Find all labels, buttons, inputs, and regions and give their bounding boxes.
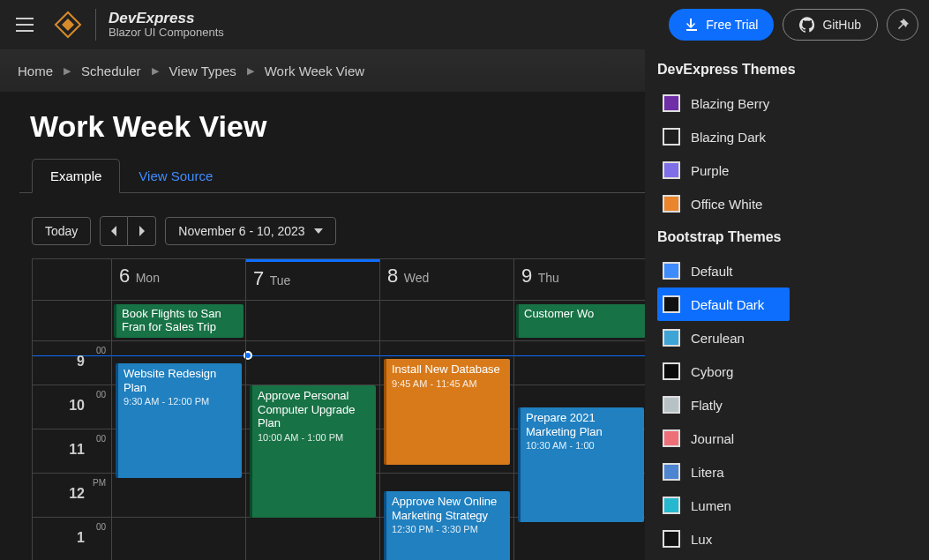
theme-swatch-icon [663,94,680,112]
day-header-row: 6 Mon 7 Tue 8 Wed 9 Thu [33,259,648,300]
theme-item[interactable]: Cyborg [657,355,790,388]
allday-gutter [33,301,112,340]
prev-button[interactable] [100,216,128,246]
theme-swatch-icon [663,161,680,179]
time-label: 100 [33,518,112,560]
chevron-left-icon [109,226,118,236]
theme-item[interactable]: Default Dark [657,287,790,321]
theme-swatch-icon [663,463,680,481]
brand-main: DevExpress [109,11,224,27]
theme-item[interactable]: Pulse [657,556,790,560]
tab-example[interactable]: Example [32,159,120,193]
theme-item[interactable]: Purple [657,153,790,187]
theme-label: Default [691,264,733,279]
themes-panel: DevExpress Themes Blazing BerryBlazing D… [645,49,929,560]
event-title: Install New Database [392,362,505,377]
time-cell[interactable] [112,385,246,429]
time-cell[interactable]: Install New Database 9:45 AM - 11:45 AM … [380,341,514,385]
allday-cell[interactable] [380,301,514,340]
day-header[interactable]: 8 Wed [380,259,514,300]
theme-swatch-icon [663,262,680,280]
time-cell[interactable] [246,518,380,560]
svg-marker-1 [62,19,74,31]
event-title: Customer Wo [524,307,594,320]
brand-sub: Blazor UI Components [109,26,224,39]
day-name: Thu [538,271,559,285]
day-header[interactable]: 9 Thu [514,259,648,300]
time-cell[interactable] [112,518,246,560]
time-cell[interactable] [246,385,380,429]
allday-cell[interactable]: Customer Wo [514,301,648,340]
pin-button[interactable] [887,9,918,41]
theme-item[interactable]: Blazing Berry [657,86,790,120]
theme-item[interactable]: Journal [657,422,790,455]
bs-theme-grid: DefaultDefault DarkCeruleanCyborgFlatlyJ… [657,254,920,560]
time-cell[interactable] [246,429,380,473]
allday-cell[interactable] [246,301,380,340]
time-cell[interactable] [246,474,380,517]
tab-view-source[interactable]: View Source [120,159,231,192]
day-number: 6 [119,265,130,287]
theme-item[interactable]: Flatly [657,388,790,422]
date-range-picker[interactable]: November 6 - 10, 2023 [165,217,335,245]
time-cell[interactable] [514,518,648,560]
theme-item[interactable]: Lux [657,522,790,556]
theme-label: Flatly [691,398,723,413]
day-header[interactable]: 6 Mon [112,259,246,300]
time-cell[interactable] [514,474,648,517]
theme-item[interactable]: Office White [657,187,790,220]
time-cell[interactable] [380,474,514,517]
time-row: 100 [33,517,648,560]
allday-event[interactable]: Book Flights to San Fran for Sales Trip [114,304,243,338]
day-number: 8 [387,265,398,287]
theme-label: Office White [691,197,762,212]
allday-row: Book Flights to San Fran for Sales Trip … [33,300,648,340]
theme-swatch-icon [663,195,680,213]
time-cell[interactable] [380,385,514,429]
time-row: 900 Website Redesign Plan 9:30 AM - 12:0… [33,340,648,385]
menu-icon[interactable] [11,11,39,39]
time-cell[interactable]: Approve Personal Computer Upgrade Plan 1… [246,341,380,385]
time-cell[interactable] [112,429,246,473]
theme-item[interactable]: Litera [657,455,790,489]
free-trial-button[interactable]: Free Trial [669,9,774,41]
divider [95,9,96,41]
theme-label: Default Dark [691,297,764,312]
theme-item[interactable]: Default [657,254,790,287]
breadcrumb-item[interactable]: Home [18,63,53,78]
time-cell[interactable] [514,429,648,473]
time-cell[interactable] [514,385,648,429]
day-number: 7 [253,267,264,289]
app-header: DevExpress Blazor UI Components Free Tri… [0,0,929,49]
time-label: 1000 [33,385,112,429]
time-cell[interactable] [380,429,514,473]
chevron-down-icon [314,228,323,234]
theme-swatch-icon [663,530,680,548]
time-cell[interactable] [112,474,246,517]
allday-cell[interactable]: Book Flights to San Fran for Sales Trip [112,301,246,340]
theme-item[interactable]: Lumen [657,489,790,522]
time-cell[interactable]: Website Redesign Plan 9:30 AM - 12:00 PM [112,341,246,385]
day-header[interactable]: 7 Tue [246,259,380,300]
theme-swatch-icon [663,429,680,447]
brand-logo[interactable]: DevExpress Blazor UI Components [53,9,224,41]
download-icon [685,18,699,32]
today-button[interactable]: Today [32,217,91,245]
scheduler-grid: 6 Mon 7 Tue 8 Wed 9 Thu Book Flights to … [32,258,649,560]
time-row: 1100 [33,429,648,473]
breadcrumb-item[interactable]: Scheduler [81,63,141,78]
allday-event[interactable]: Customer Wo [516,304,646,338]
time-row: 12PM [33,473,648,517]
time-label: 12PM [33,474,112,517]
theme-swatch-icon [663,295,680,313]
bs-themes-title: Bootstrap Themes [657,229,920,245]
breadcrumb-item[interactable]: Work Week View [265,63,364,78]
time-cell[interactable]: Prepare 2021 Marketing Plan 10:30 AM - 1… [514,341,648,385]
github-button[interactable]: GitHub [783,9,878,41]
breadcrumb-item[interactable]: View Types [169,63,236,78]
theme-item[interactable]: Blazing Dark [657,120,790,153]
theme-item[interactable]: Cerulean [657,321,790,355]
next-button[interactable] [128,216,156,246]
time-cell[interactable] [380,518,514,560]
brand-text: DevExpress Blazor UI Components [109,11,224,40]
